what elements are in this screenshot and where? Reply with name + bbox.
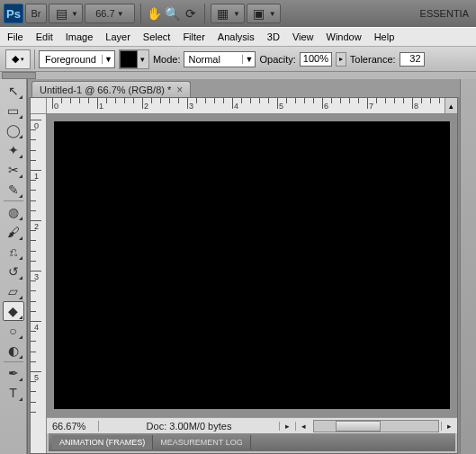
canvas-viewport[interactable] xyxy=(47,114,457,417)
menu-3d[interactable]: 3D xyxy=(267,31,280,42)
menu-view[interactable]: View xyxy=(292,31,314,42)
flyout-corner-icon xyxy=(19,316,22,319)
toolbox-divider xyxy=(4,361,23,362)
scrollbar-thumb[interactable] xyxy=(336,421,381,432)
separator xyxy=(140,4,141,23)
ruler-vertical[interactable]: 012345 xyxy=(31,114,47,453)
blend-mode-value: Normal xyxy=(184,54,242,65)
horizontal-scrollbar[interactable] xyxy=(313,420,439,432)
flyout-corner-icon xyxy=(19,135,22,138)
flyout-corner-icon xyxy=(19,256,22,260)
tolerance-input[interactable]: 32 xyxy=(400,52,425,67)
flyout-corner-icon xyxy=(19,174,22,178)
bottom-panel-tabs: ANIMATION (FRAMES) MEASUREMENT LOG xyxy=(49,433,455,451)
eraser-tool[interactable]: ▱ xyxy=(3,281,24,301)
menu-edit[interactable]: Edit xyxy=(36,31,53,42)
scroll-right-button[interactable]: ▸ xyxy=(441,422,457,431)
document-tabs: Untitled-1 @ 66.7% (RGB/8) * × xyxy=(28,79,460,97)
chevron-down-icon: ▼ xyxy=(117,10,124,18)
menu-analysis[interactable]: Analysis xyxy=(218,31,255,42)
eyedropper-tool[interactable]: ✎ xyxy=(3,180,24,200)
zoom-level-label: 66.7 xyxy=(95,8,114,19)
chevron-down-icon: ▼ xyxy=(71,10,78,18)
panel-grip-row xyxy=(0,72,476,79)
opacity-input[interactable]: 100% xyxy=(300,52,332,67)
document-body: 012345 66.67% Doc: 3.00M/0 bytes ▸ ◂ ▸ xyxy=(31,114,457,453)
ruler-origin-corner[interactable] xyxy=(31,98,47,114)
separator xyxy=(204,4,205,23)
healing-brush-tool[interactable]: ◍ xyxy=(3,202,24,222)
clone-stamp-tool[interactable]: ⎌ xyxy=(3,242,24,262)
flyout-corner-icon xyxy=(19,397,22,401)
toolbox-grip[interactable] xyxy=(2,72,36,79)
ruler-horizontal[interactable]: 012345678 xyxy=(47,98,445,114)
type-tool[interactable]: T xyxy=(3,383,24,403)
workspace-switcher[interactable]: ESSENTIA xyxy=(420,8,472,19)
flyout-corner-icon xyxy=(19,236,22,240)
screen-mode-button[interactable]: ▣▼ xyxy=(247,4,281,23)
paint-bucket-icon: ◆ xyxy=(12,53,19,65)
pattern-picker[interactable]: ▾ xyxy=(119,49,149,69)
menu-image[interactable]: Image xyxy=(66,31,94,42)
magic-wand-tool[interactable]: ✦ xyxy=(3,140,24,160)
options-bar: ◆▾ Foreground ▼ ▾ Mode: Normal ▼ Opacity… xyxy=(0,47,476,72)
right-panel-dock[interactable] xyxy=(460,79,476,454)
fill-source-value: Foreground xyxy=(40,54,102,65)
tab-measurement-log[interactable]: MEASUREMENT LOG xyxy=(153,435,250,450)
hand-icon[interactable]: ✋ xyxy=(147,5,163,22)
application-bar: Ps Br ▤▼ 66.7▼ ✋ 🔍 ⟳ ▦▼ ▣▼ ESSENTIA xyxy=(0,0,476,27)
close-icon[interactable]: × xyxy=(176,84,183,96)
flyout-corner-icon xyxy=(19,155,22,158)
view-extras-button[interactable]: ▤▼ xyxy=(49,4,83,23)
status-bar: 66.67% Doc: 3.00M/0 bytes ▸ ◂ ▸ xyxy=(47,417,457,433)
lasso-tool[interactable]: ◯ xyxy=(3,120,24,140)
pen-tool[interactable]: ✒ xyxy=(3,363,24,383)
chevron-down-icon: ▼ xyxy=(242,55,255,64)
flyout-corner-icon xyxy=(19,296,22,299)
flyout-corner-icon xyxy=(19,378,22,381)
chevron-down-icon: ▾ xyxy=(138,50,148,68)
canvas[interactable] xyxy=(54,121,450,409)
rotate-view-icon[interactable]: ⟳ xyxy=(183,5,199,22)
opacity-flyout-button[interactable]: ▸ xyxy=(336,52,346,67)
crop-tool[interactable]: ✂ xyxy=(3,160,24,180)
zoom-icon[interactable]: 🔍 xyxy=(165,5,181,22)
chevron-down-icon: ▼ xyxy=(269,10,276,18)
flyout-corner-icon xyxy=(19,194,22,198)
bridge-button[interactable]: Br xyxy=(25,4,47,23)
zoom-level-button[interactable]: 66.7▼ xyxy=(85,4,135,23)
pattern-swatch xyxy=(120,50,138,68)
filmstrip-icon: ▤ xyxy=(53,5,69,22)
status-doc-info[interactable]: Doc: 3.00M/0 bytes xyxy=(99,421,279,432)
menu-select[interactable]: Select xyxy=(143,31,171,42)
menu-window[interactable]: Window xyxy=(327,31,362,42)
menu-file[interactable]: File xyxy=(7,31,23,42)
ruler-scroll-right[interactable]: ▴ xyxy=(445,98,457,114)
brush-tool[interactable]: 🖌 xyxy=(3,222,24,242)
arrange-icon: ▦ xyxy=(215,5,231,22)
document-tab[interactable]: Untitled-1 @ 66.7% (RGB/8) * × xyxy=(31,81,191,97)
bridge-label: Br xyxy=(31,8,41,19)
document-tab-title: Untitled-1 @ 66.7% (RGB/8) * xyxy=(40,85,171,95)
dodge-tool[interactable]: ◐ xyxy=(3,341,24,361)
marquee-tool[interactable]: ▭ xyxy=(3,101,24,120)
current-tool-icon[interactable]: ◆▾ xyxy=(5,49,31,69)
menu-help[interactable]: Help xyxy=(374,31,395,42)
paint-bucket-tool[interactable]: ◆ xyxy=(3,301,24,321)
document-frame: 012345678 ▴ 012345 66.67% Doc: 3.00M/0 b… xyxy=(30,97,458,454)
move-tool[interactable]: ↖ xyxy=(3,81,24,101)
menu-layer[interactable]: Layer xyxy=(105,31,130,42)
chevron-down-icon: ▾ xyxy=(21,56,24,63)
history-brush-tool[interactable]: ↺ xyxy=(3,262,24,281)
scroll-left-button[interactable]: ◂ xyxy=(295,422,311,431)
flyout-corner-icon xyxy=(19,95,22,99)
blur-tool[interactable]: ○ xyxy=(3,321,24,341)
fill-source-select[interactable]: Foreground ▼ xyxy=(39,50,115,68)
status-flyout-button[interactable]: ▸ xyxy=(279,422,295,431)
tab-animation[interactable]: ANIMATION (FRAMES) xyxy=(52,435,153,450)
menu-filter[interactable]: Filter xyxy=(183,31,204,42)
blend-mode-select[interactable]: Normal ▼ xyxy=(184,51,256,67)
status-zoom[interactable]: 66.67% xyxy=(47,421,99,432)
arrange-documents-button[interactable]: ▦▼ xyxy=(211,4,245,23)
screen-mode-icon: ▣ xyxy=(251,5,267,22)
